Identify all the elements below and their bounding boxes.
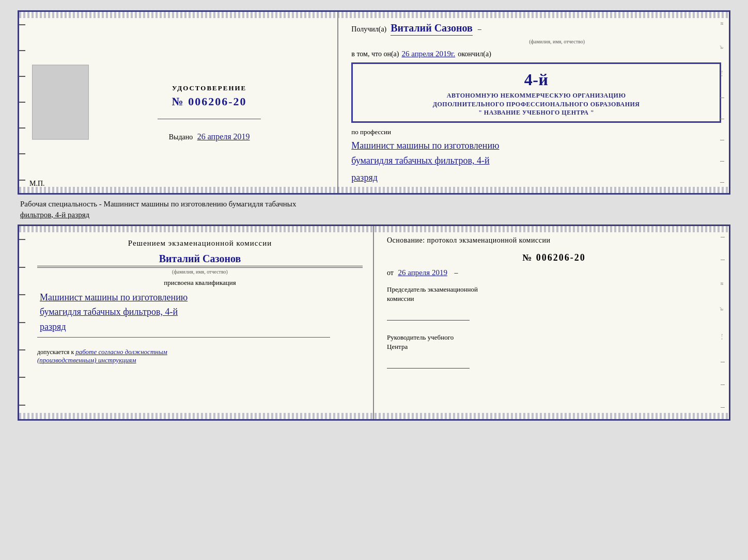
qual-line1: Машинист машины по изготовлению	[40, 290, 363, 305]
border-tick	[19, 102, 25, 103]
protocol-number-block: № 006206-20	[387, 252, 721, 263]
predsedatel-title: Председатель экзаменационной комиссии	[387, 285, 721, 303]
institution-label: УДОСТОВЕРЕНИЕ	[172, 84, 246, 92]
predsedatel-label1: Председатель экзаменационной	[387, 285, 478, 293]
deco-tick	[721, 407, 725, 408]
border-tick	[19, 180, 25, 181]
fio-note: (фамилия, имя, отчество)	[529, 39, 585, 44]
deco-text-i: и	[720, 22, 725, 25]
deco-text-arrow: ←-	[720, 70, 725, 76]
bottom-fio-note: (фамилия, имя, отчество)	[37, 269, 363, 275]
top-doc-left-panel: УДОСТОВЕРЕНИЕ № 006206-20 Выдано 26 апре…	[19, 12, 338, 193]
border-tick	[19, 76, 25, 77]
vtom-label: в том, что он(а)	[351, 50, 399, 58]
stamp-line2: ДОПОЛНИТЕЛЬНОГО ПРОФЕССИОНАЛЬНОГО ОБРАЗО…	[359, 100, 713, 109]
top-doc-right-panel: Получил(а) Виталий Сазонов – (фамилия, и…	[338, 12, 729, 193]
predsedatel-label2: комиссии	[387, 295, 414, 302]
separator-line2: фильтров, 4-й разряд	[20, 211, 89, 219]
ot-label: от	[387, 269, 394, 277]
deco-tick	[721, 237, 725, 237]
deco-text-a2: ,а	[720, 307, 725, 311]
vydano-date: 26 апреля 2019	[197, 132, 250, 141]
deco-text-i2: и	[720, 282, 725, 285]
border-tick	[19, 322, 25, 323]
poluchil-line: Получил(а) Виталий Сазонов –	[351, 22, 721, 36]
name-underline	[37, 267, 363, 268]
number-prefix: №	[172, 95, 184, 108]
vtom-date: 26 апреля 2019г.	[401, 50, 455, 58]
deco-tick	[721, 385, 725, 385]
stamp-box: 4-й АВТОНОМНУЮ НЕКОММЕРЧЕСКУЮ ОРГАНИЗАЦИ…	[351, 62, 721, 123]
dopuskaetsya-value2: (производственным) инструкциям	[37, 356, 363, 364]
stamp-line1: АВТОНОМНУЮ НЕКОММЕРЧЕСКУЮ ОРГАНИЗАЦИЮ	[359, 91, 713, 100]
bottom-border-decoration	[19, 187, 729, 193]
udostoverenie-center: УДОСТОВЕРЕНИЕ № 006206-20 Выдано 26 апре…	[158, 27, 261, 183]
border-tick	[19, 294, 25, 295]
bottom-recipient-block: Виталий Сазонов (фамилия, имя, отчество)	[37, 253, 363, 275]
dopuskaetsya-block: допускается к работе согласно должностны…	[37, 348, 363, 364]
separator-line1: Рабочая специальность - Машинист машины …	[20, 200, 296, 208]
po-professii-label: по профессии	[351, 128, 721, 136]
protocol-prefix: №	[522, 252, 533, 263]
qual-line2: бумагидля табачных фильтров, 4-й	[40, 305, 363, 319]
bottom-right-deco: и ,а ←-	[719, 226, 726, 419]
stamp-line3: " НАЗВАНИЕ УЧЕБНОГО ЦЕНТРА "	[359, 108, 713, 117]
protocol-number: 006206-20	[536, 252, 586, 263]
predsedatel-signature-line	[387, 310, 470, 321]
deco-tick	[721, 362, 725, 362]
border-tick	[19, 127, 25, 129]
document-number: 006206-20	[188, 95, 246, 108]
rukovoditel-signature-line	[387, 358, 470, 369]
deco-tick	[720, 182, 724, 183]
poluchil-label: Получил(а)	[351, 25, 386, 34]
deco-tick	[721, 260, 725, 260]
border-tick	[19, 267, 25, 268]
border-tick	[19, 24, 25, 25]
dopuskaetsya-value: работе согласно должностным	[75, 348, 167, 356]
qualification-block: Машинист машины по изготовлению бумагидл…	[37, 290, 363, 334]
recipient-name: Виталий Сазонов	[391, 22, 473, 36]
ot-line: от 26 апреля 2019 –	[387, 268, 721, 277]
border-tick	[19, 239, 25, 240]
okonchil-label: окончил(а)	[458, 50, 491, 58]
resheniem-title: Решением экзаменационной комиссии	[37, 239, 363, 248]
qual-underline	[37, 337, 330, 338]
bottom-doc-right-panel: Основание: протокол экзаменационной коми…	[374, 226, 729, 419]
deco-text-a: ,а	[720, 45, 725, 49]
stamp-number: 4-й	[359, 68, 713, 91]
vydano-label: Выдано	[169, 133, 193, 141]
vtom-line: в том, что он(а) 26 апреля 2019г. окончи…	[351, 50, 721, 58]
border-tick	[19, 50, 25, 51]
prisvоena-label: присвоена квалификация	[37, 279, 363, 287]
border-tick	[19, 153, 25, 154]
rukovoditel-label2: Центра	[387, 343, 408, 350]
border-tick	[19, 349, 25, 350]
rukovoditel-title: Руководитель учебного Центра	[387, 333, 721, 351]
deco-tick	[720, 98, 724, 98]
protocol-date: 26 апреля 2019	[398, 268, 447, 277]
deco-tick	[720, 161, 724, 162]
profession-line2: бумагидля табачных фильтров, 4-й	[351, 153, 721, 168]
osnovanie-title: Основание: протокол экзаменационной коми…	[387, 236, 721, 245]
separator-text: Рабочая специальность - Машинист машины …	[18, 195, 730, 225]
border-tick	[19, 405, 25, 406]
bottom-left-content: Решением экзаменационной комиссии Витали…	[37, 239, 363, 364]
bottom-left-border	[19, 226, 28, 419]
deco-text-arrow2: ←-	[720, 333, 725, 340]
rukovoditel-label1: Руководитель учебного	[387, 333, 454, 341]
deco-tick	[720, 119, 724, 119]
top-document: УДОСТОВЕРЕНИЕ № 006206-20 Выдано 26 апре…	[18, 10, 730, 195]
bottom-document: Решением экзаменационной комиссии Витали…	[18, 225, 730, 421]
profession-line1: Машинист машины по изготовлению	[351, 138, 721, 153]
right-border-decoration: и ,а ←-	[719, 12, 726, 193]
bottom-doc-bottom-deco	[19, 413, 729, 419]
vydano-line: Выдано 26 апреля 2019	[169, 132, 250, 141]
ot-dash: –	[454, 269, 458, 277]
bottom-recipient-name: Виталий Сазонов	[37, 253, 363, 266]
left-border-lines	[19, 12, 28, 193]
qual-line3: разряд	[40, 319, 363, 334]
profession-line3: разряд	[351, 170, 721, 185]
deco-tick	[720, 140, 724, 140]
dopuskaetsya-label: допускается к	[37, 348, 74, 356]
border-tick	[19, 377, 25, 378]
